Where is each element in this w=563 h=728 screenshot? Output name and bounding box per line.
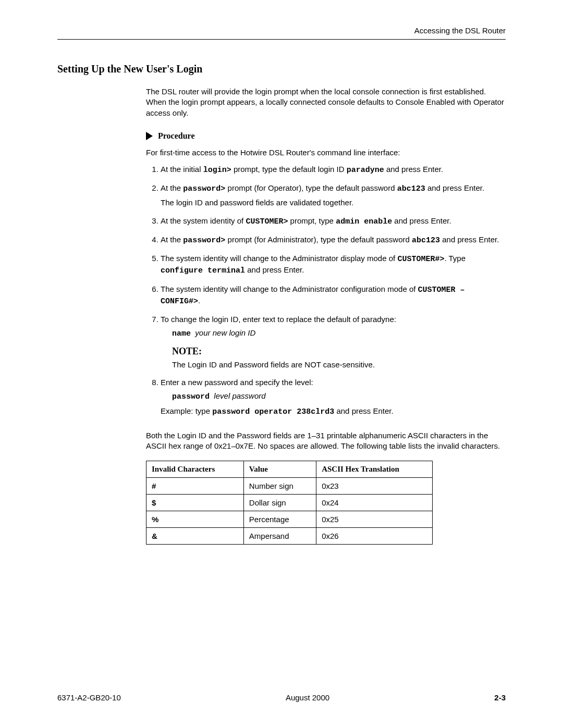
procedure-intro: For first-time access to the Hotwire DSL… bbox=[146, 148, 506, 157]
page: Accessing the DSL Router Setting Up the … bbox=[0, 0, 563, 728]
table-cell: # bbox=[146, 478, 244, 495]
step-text: and press Enter. bbox=[425, 183, 484, 192]
note-body: The Login ID and Password fields are NOT… bbox=[172, 360, 506, 370]
triangle-right-icon bbox=[146, 132, 153, 140]
example-pre: Example: type bbox=[161, 406, 212, 415]
table-row: % Percentage 0x25 bbox=[146, 511, 433, 528]
step-1: At the initial login> prompt, type the d… bbox=[161, 164, 506, 176]
code: admin enable bbox=[336, 217, 392, 226]
table-cell: 0x24 bbox=[316, 495, 433, 511]
step-text: prompt (for Operator), type the default … bbox=[225, 183, 397, 192]
table-cell: & bbox=[146, 528, 244, 545]
code: password> bbox=[183, 236, 225, 245]
step-2: At the password> prompt (for Operator), … bbox=[161, 183, 506, 208]
section-heading: Setting Up the New User's Login bbox=[57, 63, 506, 75]
example-post: and press Enter. bbox=[334, 406, 393, 415]
step-text: At the bbox=[161, 183, 183, 192]
table-header: ASCII Hex Translation bbox=[316, 461, 433, 478]
step-text: At the system identity of bbox=[161, 216, 246, 225]
table-row: # Number sign 0x23 bbox=[146, 478, 433, 495]
step-text: Enter a new password and specify the lev… bbox=[161, 378, 313, 387]
table-cell: Percentage bbox=[243, 511, 316, 528]
code: configure terminal bbox=[161, 266, 245, 275]
note-heading: NOTE: bbox=[172, 345, 506, 357]
step-7: To change the login ID, enter text to re… bbox=[161, 314, 506, 370]
table-cell: Dollar sign bbox=[243, 495, 316, 511]
procedure-steps: At the initial login> prompt, type the d… bbox=[146, 164, 506, 417]
step-example: name your new login ID bbox=[172, 328, 506, 339]
doc-id: 6371-A2-GB20-10 bbox=[57, 693, 121, 702]
step-5: The system identity will change to the A… bbox=[161, 253, 506, 277]
code: CUSTOMER#> bbox=[397, 255, 444, 264]
step-example: password level password bbox=[172, 391, 506, 402]
code: paradyne bbox=[347, 166, 384, 175]
table-cell: $ bbox=[146, 495, 244, 511]
code: password> bbox=[183, 184, 225, 193]
step-4: At the password> prompt (for Administrat… bbox=[161, 235, 506, 246]
footer-date: August 2000 bbox=[286, 693, 329, 702]
table-row: $ Dollar sign 0x24 bbox=[146, 495, 433, 511]
code: abc123 bbox=[412, 236, 440, 245]
header-rule bbox=[57, 39, 506, 40]
body-content: The DSL router will provide the login pr… bbox=[146, 87, 506, 545]
step-sub: The login ID and password fields are val… bbox=[161, 198, 506, 208]
procedure-header: Procedure bbox=[146, 131, 506, 141]
step-text: The system identity will change to the A… bbox=[161, 285, 418, 293]
step-text: At the bbox=[161, 235, 183, 244]
after-steps-paragraph: Both the Login ID and the Password field… bbox=[146, 430, 506, 452]
step-6: The system identity will change to the A… bbox=[161, 284, 506, 307]
table-row: & Ampersand 0x26 bbox=[146, 528, 433, 545]
table-cell: 0x23 bbox=[316, 478, 433, 495]
step-text: At the initial bbox=[161, 165, 203, 174]
chapter-title: Accessing the DSL Router bbox=[57, 26, 506, 35]
step-text: . Type bbox=[444, 254, 466, 263]
step-text: . bbox=[198, 296, 200, 305]
table-cell: 0x26 bbox=[316, 528, 433, 545]
step-example-line: Example: type password operator 238clrd3… bbox=[161, 406, 506, 417]
code: login> bbox=[203, 166, 231, 175]
step-text: and press Enter. bbox=[392, 216, 451, 225]
step-text: prompt (for Administrator), type the def… bbox=[225, 235, 412, 244]
procedure-label: Procedure bbox=[158, 131, 195, 141]
step-text: and press Enter. bbox=[384, 165, 443, 174]
code: abc123 bbox=[397, 184, 425, 193]
code: name bbox=[172, 329, 191, 338]
code: password operator 238clrd3 bbox=[212, 408, 334, 416]
table-cell: % bbox=[146, 511, 244, 528]
step-8: Enter a new password and specify the lev… bbox=[161, 377, 506, 417]
table-header: Value bbox=[243, 461, 316, 478]
page-footer: 6371-A2-GB20-10 August 2000 2-3 bbox=[57, 693, 506, 702]
page-number: 2-3 bbox=[494, 693, 506, 702]
table-cell: Ampersand bbox=[243, 528, 316, 545]
step-text: The system identity will change to the A… bbox=[161, 254, 397, 263]
step-text: prompt, type bbox=[288, 216, 336, 225]
table-header-row: Invalid Characters Value ASCII Hex Trans… bbox=[146, 461, 433, 478]
step-text: prompt, type the default login ID bbox=[231, 165, 347, 174]
step-text: To change the login ID, enter text to re… bbox=[161, 315, 396, 324]
step-3: At the system identity of CUSTOMER> prom… bbox=[161, 216, 506, 227]
table-cell: 0x25 bbox=[316, 511, 433, 528]
invalid-characters-table: Invalid Characters Value ASCII Hex Trans… bbox=[146, 461, 433, 545]
section-intro: The DSL router will provide the login pr… bbox=[146, 87, 506, 118]
italic-arg: your new login ID bbox=[195, 328, 255, 337]
code: password bbox=[172, 392, 210, 401]
code: CUSTOMER> bbox=[246, 217, 288, 226]
step-text: and press Enter. bbox=[440, 235, 499, 244]
table-cell: Number sign bbox=[243, 478, 316, 495]
table-header: Invalid Characters bbox=[146, 461, 244, 478]
step-text: and press Enter. bbox=[245, 265, 304, 274]
italic-arg: level password bbox=[214, 391, 265, 400]
